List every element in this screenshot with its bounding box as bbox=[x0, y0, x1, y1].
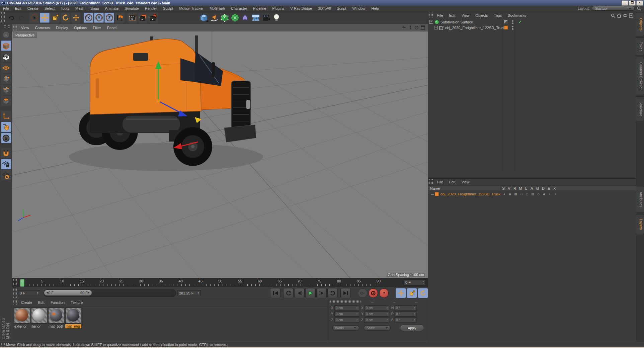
material-label[interactable]: mat_eng bbox=[65, 324, 81, 328]
mat-menu-texture[interactable]: Texture bbox=[68, 300, 86, 304]
record-key-button[interactable] bbox=[358, 288, 367, 298]
lm-grip[interactable] bbox=[429, 179, 433, 185]
goto-end-button[interactable] bbox=[340, 288, 351, 298]
vp-menu-cameras[interactable]: Cameras bbox=[32, 26, 53, 30]
tab-content-browser[interactable]: Content Browser bbox=[636, 57, 644, 95]
spinner-icon[interactable]: ▲▼ bbox=[356, 313, 358, 316]
points-mode-button[interactable] bbox=[1, 74, 11, 84]
om-grip[interactable] bbox=[429, 13, 433, 18]
material-item[interactable]: exterior_ bbox=[14, 308, 30, 328]
workplane-rotate-button[interactable] bbox=[1, 170, 11, 180]
object-row-subdivision[interactable]: − Subdivision Surface ✓ bbox=[428, 19, 636, 25]
last-tool-button[interactable] bbox=[71, 13, 81, 23]
keyframe-selection-button[interactable]: ? bbox=[379, 288, 389, 298]
undo-button[interactable] bbox=[6, 13, 16, 23]
rotate-tool-button[interactable] bbox=[61, 13, 70, 23]
rot-b-field[interactable]: 0 °▲▼ bbox=[395, 318, 417, 323]
layer-color-swatch[interactable] bbox=[435, 192, 439, 196]
render-view-button[interactable] bbox=[128, 13, 137, 23]
transform-mode-dropdown[interactable]: Scale bbox=[364, 325, 391, 331]
viewport-toggle-icon[interactable] bbox=[421, 25, 425, 30]
menu-create[interactable]: Create bbox=[24, 6, 42, 10]
add-primitive-button[interactable] bbox=[199, 13, 209, 23]
polygons-mode-button[interactable] bbox=[1, 96, 11, 106]
edges-mode-button[interactable] bbox=[1, 85, 11, 95]
current-frame-field[interactable]: 0 F▲▼ bbox=[404, 279, 426, 285]
snap-magnet-button[interactable] bbox=[1, 148, 11, 158]
menu-help[interactable]: Help bbox=[369, 6, 382, 10]
menu-render[interactable]: Render bbox=[142, 6, 160, 10]
lock-icon[interactable]: ◻ bbox=[524, 192, 530, 196]
environment-button[interactable] bbox=[251, 13, 260, 23]
next-key-button[interactable] bbox=[327, 288, 338, 298]
transport-grip[interactable] bbox=[13, 288, 17, 298]
spinner-icon[interactable]: ▲▼ bbox=[386, 307, 388, 310]
spinner-icon[interactable]: ▲▼ bbox=[197, 291, 199, 295]
previous-key-button[interactable] bbox=[283, 288, 294, 298]
spinner-icon[interactable]: ▲▼ bbox=[414, 319, 415, 322]
autokey-button[interactable] bbox=[369, 288, 378, 298]
layer-row-truck[interactable]: obj_2020_Freightliner_122SD_Truck ● ◉ ▦ … bbox=[428, 191, 636, 197]
material-tag-icon[interactable] bbox=[504, 25, 508, 30]
scale-tool-button[interactable] bbox=[50, 13, 60, 23]
viewport-menu-grip[interactable] bbox=[13, 25, 17, 30]
pos-y-field[interactable]: 0 cm▲▼ bbox=[334, 312, 359, 317]
om-menu-tags[interactable]: Tags bbox=[491, 13, 505, 17]
key-rotation-button[interactable] bbox=[418, 288, 428, 298]
col-e[interactable]: E bbox=[546, 186, 552, 190]
frame-spinner-field[interactable]: 0 F▲▼ bbox=[18, 290, 40, 296]
size-x-field[interactable]: 0 cm▲▼ bbox=[365, 306, 389, 311]
make-editable-button[interactable] bbox=[1, 29, 11, 40]
material-menu-grip[interactable] bbox=[13, 300, 17, 305]
render-settings-button[interactable] bbox=[148, 13, 158, 23]
lock-z-axis-button[interactable]: Z bbox=[104, 13, 114, 23]
menu-character[interactable]: Character bbox=[228, 6, 250, 10]
menu-sculpt[interactable]: Sculpt bbox=[160, 6, 176, 10]
lm-menu-file[interactable]: File bbox=[434, 180, 446, 184]
layout-search-icon[interactable] bbox=[637, 6, 641, 11]
menu-simulate[interactable]: Simulate bbox=[122, 6, 142, 10]
previous-frame-button[interactable] bbox=[294, 288, 305, 298]
mat-menu-function[interactable]: Function bbox=[48, 300, 68, 304]
menu-mesh[interactable]: Mesh bbox=[72, 6, 87, 10]
spinner-icon[interactable]: ▲▼ bbox=[386, 313, 388, 316]
col-d[interactable]: D bbox=[540, 186, 546, 190]
menu-file[interactable]: File bbox=[0, 6, 12, 10]
workplane-lock-button[interactable] bbox=[1, 159, 11, 169]
minimize-button[interactable]: _ bbox=[622, 0, 628, 6]
enabled-check-icon[interactable]: ✓ bbox=[518, 20, 521, 24]
name-column-header[interactable]: Name bbox=[428, 186, 500, 190]
expand-icon[interactable]: + bbox=[434, 26, 438, 29]
menu-plugins[interactable]: Plugins bbox=[269, 6, 287, 10]
viewport-rotate-icon[interactable] bbox=[414, 25, 419, 30]
size-y-field[interactable]: 0 cm▲▼ bbox=[365, 312, 389, 317]
coordinate-system-button[interactable] bbox=[115, 13, 125, 23]
spline-pen-button[interactable] bbox=[209, 13, 219, 23]
size-z-field[interactable]: 0 cm▲▼ bbox=[365, 318, 389, 323]
om-home-icon[interactable] bbox=[617, 13, 621, 18]
om-menu-bookmarks[interactable]: Bookmarks bbox=[505, 13, 529, 17]
toolbar-grip[interactable] bbox=[1, 12, 5, 23]
expressions-icon[interactable]: ◗ bbox=[547, 192, 553, 196]
material-item[interactable]: iterior bbox=[31, 308, 47, 328]
mograph-cloner-button[interactable] bbox=[230, 13, 240, 23]
menu-snap[interactable]: Snap bbox=[87, 6, 102, 10]
light-button[interactable] bbox=[271, 13, 281, 23]
om-menu-edit[interactable]: Edit bbox=[446, 13, 459, 17]
collapse-icon[interactable]: − bbox=[429, 20, 433, 24]
coordinate-system-dropdown[interactable]: World bbox=[332, 325, 359, 331]
material-label[interactable]: exterior_ bbox=[14, 324, 30, 328]
close-button[interactable]: × bbox=[636, 0, 643, 6]
col-g[interactable]: G bbox=[535, 186, 540, 190]
leftbar-grip[interactable] bbox=[2, 25, 10, 28]
om-search-icon[interactable] bbox=[611, 13, 615, 18]
menu-window[interactable]: Window bbox=[349, 6, 368, 10]
object-name[interactable]: obj_2020_Freightliner_122SD_Truck bbox=[445, 26, 505, 30]
col-s[interactable]: S bbox=[500, 186, 506, 190]
solo-icon[interactable]: ● bbox=[501, 192, 507, 196]
tab-takes[interactable]: Takes bbox=[636, 37, 644, 56]
generators-icon[interactable]: ◇ bbox=[536, 192, 541, 196]
object-name[interactable]: Subdivision Surface bbox=[440, 20, 473, 24]
deformer-button[interactable] bbox=[240, 13, 250, 23]
spinner-icon[interactable]: ▲▼ bbox=[37, 291, 38, 295]
